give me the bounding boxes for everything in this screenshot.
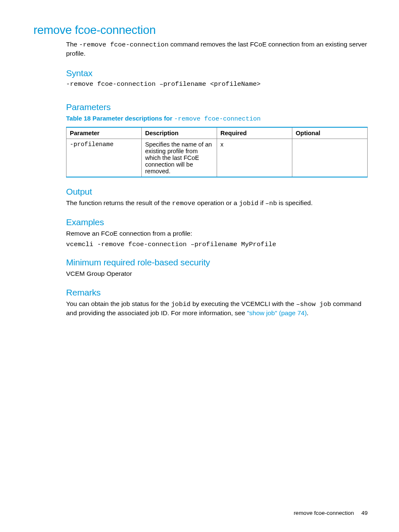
output-text-2: operation or a	[195, 199, 239, 206]
examples-intro: Remove an FCoE connection from a profile…	[66, 229, 368, 238]
page-title: remove fcoe-connection	[33, 23, 368, 37]
remarks-code-2: –show job	[296, 301, 331, 308]
remarks-code-1: jobid	[171, 301, 191, 308]
footer-page-number: 49	[361, 510, 368, 516]
intro-command-code: -remove fcoe-connection	[79, 41, 169, 49]
parameters-table: Parameter Description Required Optional …	[66, 127, 368, 177]
table-header-row: Parameter Description Required Optional	[66, 127, 368, 139]
th-description: Description	[142, 127, 217, 139]
syntax-code: -remove fcoe-connection –profilename <pr…	[66, 80, 368, 88]
syntax-heading: Syntax	[66, 68, 368, 78]
page-footer: remove fcoe-connection 49	[294, 510, 368, 516]
output-code-2: jobid	[239, 200, 258, 207]
output-text-1: The function returns the result of the	[66, 199, 172, 206]
remarks-heading: Remarks	[66, 288, 368, 298]
output-text-3: if	[258, 199, 265, 206]
output-heading: Output	[66, 187, 368, 197]
table-caption-prefix: Table 18 Parameter descriptions for	[66, 115, 174, 122]
remarks-link[interactable]: "show job" (page 74)	[247, 309, 307, 316]
td-description: Specifies the name of an existing profil…	[142, 139, 217, 177]
intro-pre: The	[66, 41, 79, 48]
table-caption: Table 18 Parameter descriptions for -rem…	[66, 115, 368, 123]
remarks-text-1: You can obtain the job status for the	[66, 300, 171, 307]
security-heading: Minimum required role-based security	[66, 257, 368, 267]
parameters-heading: Parameters	[66, 102, 368, 112]
table-caption-code: -remove fcoe-connection	[174, 116, 261, 123]
remarks-text: You can obtain the job status for the jo…	[66, 300, 368, 318]
td-parameter: -profilename	[66, 139, 142, 177]
output-code-3: –nb	[265, 200, 277, 207]
output-text-4: is specified.	[277, 199, 312, 206]
td-optional	[292, 139, 368, 177]
td-required: x	[217, 139, 292, 177]
remarks-text-4: .	[307, 309, 308, 316]
th-parameter: Parameter	[66, 127, 142, 139]
examples-heading: Examples	[66, 217, 368, 227]
output-text: The function returns the result of the r…	[66, 199, 368, 208]
table-row: -profilename Specifies the name of an ex…	[66, 139, 368, 177]
th-required: Required	[217, 127, 292, 139]
footer-label: remove fcoe-connection	[294, 510, 354, 516]
output-code-1: remove	[172, 200, 195, 207]
security-text: VCEM Group Operator	[66, 270, 368, 278]
intro-text: The -remove fcoe-connection command remo…	[66, 40, 368, 58]
th-optional: Optional	[292, 127, 368, 139]
remarks-text-2: by executing the VCEMCLI with the	[191, 300, 296, 307]
examples-code: vcemcli -remove fcoe-connection –profile…	[66, 241, 368, 248]
